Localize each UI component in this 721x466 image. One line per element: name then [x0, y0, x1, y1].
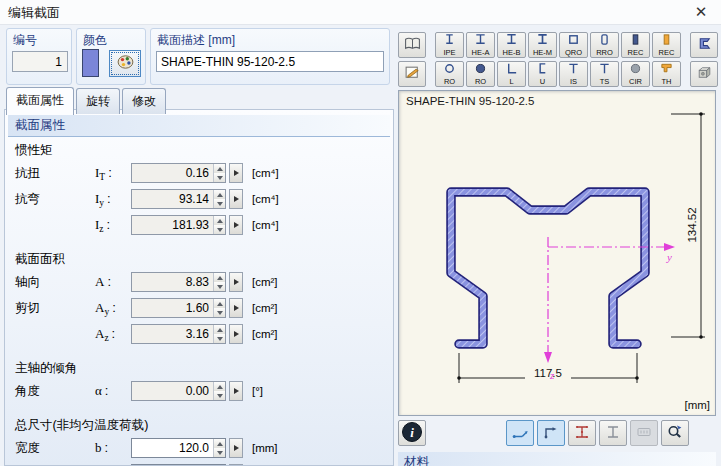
iy-value-field[interactable] — [131, 189, 226, 209]
symbol-iz: Iz: — [95, 217, 131, 234]
alpha-value-input[interactable] — [132, 382, 225, 400]
profile-rro-button[interactable]: RRO — [590, 32, 619, 58]
tab-modify[interactable]: 修改 — [122, 88, 166, 114]
iz-value-input[interactable] — [132, 216, 225, 234]
profile-heb-button[interactable]: HE-B — [497, 32, 526, 58]
flyout-arrow-button[interactable] — [229, 298, 243, 318]
profile-ro-button[interactable]: RO — [435, 61, 464, 87]
flyout-arrow-button[interactable] — [229, 189, 243, 209]
group-title-inertia: 惯性矩 — [15, 142, 393, 159]
show-numbering-button[interactable] — [630, 420, 658, 446]
color-swatch[interactable] — [82, 49, 99, 77]
profile-ro-solid-button[interactable]: RO — [466, 61, 495, 87]
profile-l-button[interactable]: L — [497, 61, 526, 87]
az-value-field[interactable] — [131, 324, 226, 344]
unit-label: [cm²] — [252, 328, 393, 340]
title-bar: 编辑截面 ✕ — [0, 0, 721, 25]
color-picker-button[interactable] — [109, 50, 141, 77]
profile-rec-orange-button[interactable]: REC — [652, 32, 681, 58]
tab-bar: 截面属性 旋转 修改 — [6, 87, 168, 114]
z-axis-label: z — [549, 369, 555, 381]
flyout-arrow-button[interactable] — [229, 381, 243, 401]
close-button[interactable]: ✕ — [691, 2, 711, 22]
it-value-field[interactable] — [131, 163, 226, 183]
tab-rotation[interactable]: 旋转 — [76, 88, 120, 114]
solid-circle-gray-icon — [629, 62, 642, 78]
i-beam-icon — [536, 33, 549, 49]
alpha-value-field[interactable] — [131, 381, 226, 401]
flyout-arrow-button[interactable] — [229, 438, 243, 458]
ay-value-field[interactable] — [131, 298, 226, 318]
spinner[interactable] — [213, 190, 225, 208]
flyout-arrow-button[interactable] — [229, 324, 243, 344]
property-row-iz: Iz: [cm⁴] — [15, 214, 393, 236]
show-stress-points-button[interactable] — [568, 420, 596, 446]
iz-value-field[interactable] — [131, 215, 226, 235]
i-beam-icon — [474, 33, 487, 49]
unit-label: [cm⁴] — [252, 167, 393, 179]
t-section-icon — [567, 62, 580, 78]
solid-round-icon — [474, 62, 487, 78]
profile-ipe-button[interactable]: IPE — [435, 32, 464, 58]
row-label: 宽度 — [15, 440, 95, 457]
profile-cir-button[interactable]: CIR — [621, 61, 650, 87]
spinner[interactable] — [213, 382, 225, 400]
flyout-arrow-button[interactable] — [229, 163, 243, 183]
profile-hea-button[interactable]: HE-A — [466, 32, 495, 58]
channel-icon — [536, 62, 549, 78]
info-button[interactable]: i — [398, 420, 426, 446]
section-description-input[interactable] — [156, 51, 384, 72]
width-b-field[interactable] — [131, 438, 226, 458]
flyout-arrow-button[interactable] — [229, 215, 243, 235]
az-value-input[interactable] — [132, 325, 225, 343]
show-dimensions-button[interactable] — [537, 420, 565, 446]
property-row-width-b: 宽度 b: [mm] — [15, 437, 393, 459]
number-label: 编号 — [13, 32, 37, 49]
profile-u-button[interactable]: U — [528, 61, 557, 87]
spinner[interactable] — [213, 439, 225, 457]
solid-section-button[interactable] — [690, 61, 718, 87]
spinner[interactable] — [213, 299, 225, 317]
property-row-a: 轴向 A: [cm²] — [15, 271, 393, 293]
spinner[interactable] — [213, 216, 225, 234]
section-library-button[interactable] — [398, 32, 426, 58]
info-icon: i — [401, 421, 423, 446]
show-axes-button[interactable] — [506, 420, 534, 446]
preview-title: SHAPE-THIN 95-120-2.5 — [406, 95, 534, 107]
width-b-input[interactable] — [132, 439, 225, 457]
tab-section-properties[interactable]: 截面属性 — [6, 87, 74, 115]
section-number-input[interactable] — [12, 51, 68, 72]
section-preview-panel[interactable]: 134.52 117.5 y z SHAPE-THIN 95-120-2.5 [… — [398, 90, 716, 416]
unit-label: [cm²] — [252, 276, 393, 288]
it-value-input[interactable] — [132, 164, 225, 182]
zoom-view-button[interactable] — [661, 420, 689, 446]
profile-hem-button[interactable]: HE-M — [528, 32, 557, 58]
i-beam-icon — [443, 33, 456, 49]
i-beam-icon — [505, 33, 518, 49]
group-title-areas: 截面面积 — [15, 251, 393, 268]
show-profile-outline-button[interactable] — [599, 420, 627, 446]
thin-walled-section-button[interactable] — [690, 32, 718, 58]
profile-is-button[interactable]: IS — [559, 61, 588, 87]
user-section-button[interactable] — [398, 61, 426, 87]
spinner[interactable] — [213, 325, 225, 343]
angle-icon — [505, 62, 518, 78]
profile-th-button[interactable]: TH — [652, 61, 681, 87]
ay-value-input[interactable] — [132, 299, 225, 317]
iy-value-input[interactable] — [132, 190, 225, 208]
flyout-arrow-button[interactable] — [229, 272, 243, 292]
spinner[interactable] — [213, 164, 225, 182]
y-axis-arrow — [664, 243, 675, 251]
dimension-lines-icon — [542, 424, 560, 443]
spinner[interactable] — [213, 273, 225, 291]
profile-qro-button[interactable]: QRO — [559, 32, 588, 58]
row-label: 剪切 — [15, 300, 95, 317]
group-title-principal-axes: 主轴的倾角 — [15, 360, 393, 377]
a-value-input[interactable] — [132, 273, 225, 291]
profile-rec-button[interactable]: REC — [621, 32, 650, 58]
profile-ts-button[interactable]: TS — [590, 61, 619, 87]
preview-view-toolbar: i — [398, 419, 716, 447]
number-group: 编号 — [6, 28, 72, 85]
a-value-field[interactable] — [131, 272, 226, 292]
color-group: 颜色 — [76, 28, 146, 85]
